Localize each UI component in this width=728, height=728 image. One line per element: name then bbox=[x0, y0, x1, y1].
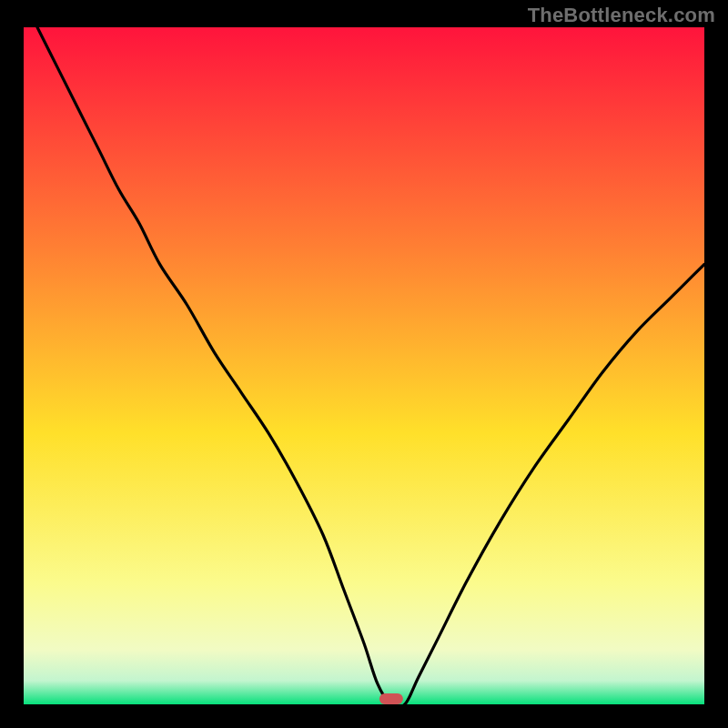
bottleneck-plot bbox=[24, 27, 704, 704]
chart-frame: TheBottleneck.com bbox=[0, 0, 728, 728]
gradient-background bbox=[24, 27, 704, 704]
watermark-text: TheBottleneck.com bbox=[528, 4, 715, 27]
minimum-marker bbox=[379, 693, 403, 704]
plot-svg bbox=[24, 27, 704, 704]
